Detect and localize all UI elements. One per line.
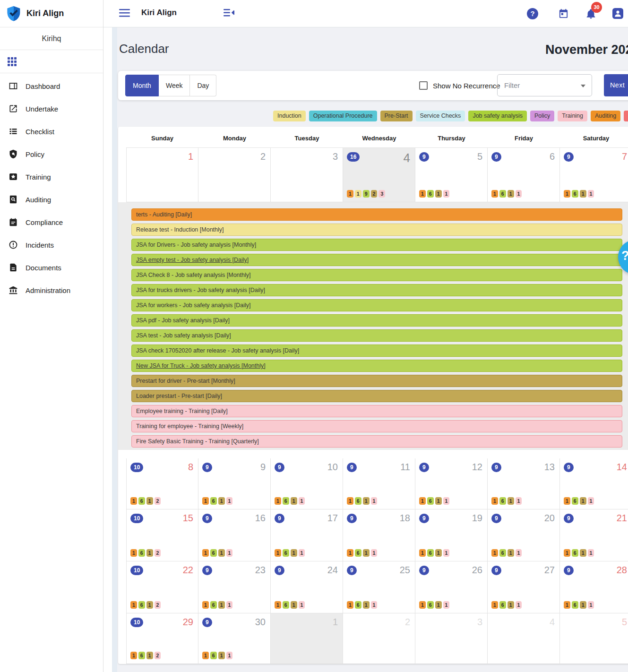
- event-bar[interactable]: JSA pdf - Job safety analysis [Daily]: [131, 314, 622, 327]
- apps-grid-icon[interactable]: [8, 57, 17, 66]
- calendar-day-cell[interactable]: 4: [488, 613, 560, 664]
- event-bar[interactable]: JSA for Drivers - Job safety analysis [M…: [131, 239, 622, 251]
- sidebar-item-policy[interactable]: Policy: [0, 143, 103, 165]
- calendar-day-cell[interactable]: 41611923: [343, 147, 415, 202]
- calendar-day-cell[interactable]: 15101612: [126, 509, 198, 561]
- view-button-month[interactable]: Month: [125, 75, 159, 96]
- calendar-day-cell[interactable]: 1791611: [271, 509, 343, 561]
- event-count-badge[interactable]: 9: [491, 514, 501, 523]
- calendar-day-cell[interactable]: 591611: [415, 147, 488, 202]
- account-person-icon[interactable]: [612, 8, 624, 19]
- calendar-day-cell[interactable]: 1: [126, 147, 198, 202]
- event-count-badge[interactable]: 9: [564, 152, 574, 162]
- event-bar[interactable]: Prestart for driver - Pre-start [Monthly…: [131, 375, 622, 387]
- calendar-day-cell[interactable]: 991611: [198, 458, 271, 509]
- event-bar[interactable]: Fire Safety Basic Training - Training [Q…: [131, 435, 622, 448]
- calendar-day-cell[interactable]: 2: [343, 613, 415, 664]
- sidebar-item-compliance[interactable]: Compliance: [0, 211, 103, 233]
- view-button-day[interactable]: Day: [190, 75, 216, 96]
- event-count-badge[interactable]: 9: [564, 566, 574, 575]
- event-bar[interactable]: JSA for workers - Job safety analysis [D…: [131, 299, 622, 311]
- show-no-recurrence-checkbox[interactable]: [419, 81, 428, 90]
- calendar-day-cell[interactable]: 3091611: [198, 613, 271, 664]
- event-count-badge[interactable]: 9: [202, 514, 212, 523]
- calendar-day-cell[interactable]: 1491611: [560, 458, 628, 509]
- event-count-badge[interactable]: 9: [347, 463, 357, 472]
- event-count-badge[interactable]: 10: [130, 463, 143, 472]
- sidebar-item-training[interactable]: Training: [0, 165, 103, 188]
- sidebar-item-undertake[interactable]: Undertake: [0, 97, 103, 120]
- collapse-sidebar-icon[interactable]: [224, 9, 235, 20]
- event-count-badge[interactable]: 9: [419, 463, 429, 472]
- calendar-day-cell[interactable]: 2791611: [488, 561, 560, 613]
- calendar-day-cell[interactable]: 2891611: [560, 561, 628, 613]
- event-bar[interactable]: Employee training - Training [Daily]: [131, 405, 622, 417]
- event-bar[interactable]: New JSA for Truck - Job safety analysis …: [131, 360, 622, 372]
- sidebar-item-documents[interactable]: Documents: [0, 256, 103, 279]
- calendar-day-cell[interactable]: 691611: [488, 147, 560, 202]
- calendar-day-cell[interactable]: 5: [560, 613, 628, 664]
- calendar-day-cell[interactable]: 1391611: [488, 458, 560, 509]
- event-bar[interactable]: JSA check 17052020 after release - Job s…: [131, 345, 622, 357]
- event-count-badge[interactable]: 9: [202, 566, 212, 575]
- event-bar[interactable]: terts - Auditing [Daily]: [131, 208, 622, 221]
- calendar-day-cell[interactable]: 1691611: [198, 509, 271, 561]
- filter-select[interactable]: Filter: [497, 74, 592, 96]
- calendar-day-cell[interactable]: 2091611: [488, 509, 560, 561]
- event-count-badge[interactable]: 9: [202, 618, 212, 627]
- event-bar[interactable]: JSA empty test - Job safety analysis [Da…: [131, 254, 622, 266]
- event-count-badge[interactable]: 10: [130, 618, 143, 627]
- event-count-badge[interactable]: 9: [419, 152, 429, 162]
- calendar-icon[interactable]: [558, 8, 569, 19]
- event-count-badge[interactable]: 9: [275, 463, 284, 472]
- event-count-badge[interactable]: 9: [347, 566, 357, 575]
- calendar-day-cell[interactable]: 3: [415, 613, 488, 664]
- hamburger-menu-icon[interactable]: [119, 8, 130, 19]
- scrollbar-track[interactable]: [112, 27, 117, 672]
- event-bar[interactable]: Loader prestart - Pre-start [Daily]: [131, 390, 622, 402]
- event-count-badge[interactable]: 16: [347, 152, 360, 162]
- calendar-day-cell[interactable]: 1091611: [271, 458, 343, 509]
- event-count-badge[interactable]: 9: [275, 566, 284, 575]
- event-count-badge[interactable]: 9: [202, 463, 212, 472]
- calendar-day-cell[interactable]: 3: [271, 147, 343, 202]
- next-month-button[interactable]: Next: [604, 74, 628, 96]
- calendar-day-cell[interactable]: 2391611: [198, 561, 271, 613]
- calendar-day-cell[interactable]: 1991611: [415, 509, 488, 561]
- event-bar[interactable]: Release test - Induction [Monthly]: [131, 224, 622, 236]
- sidebar-item-administration[interactable]: Administration: [0, 279, 103, 302]
- event-bar[interactable]: JSA for trucks drivers - Job safety anal…: [131, 284, 622, 296]
- event-count-badge[interactable]: 9: [491, 566, 501, 575]
- event-count-badge[interactable]: 9: [419, 514, 429, 523]
- sidebar-item-checklist[interactable]: Checklist: [0, 120, 103, 143]
- sidebar-item-dashboard[interactable]: Dashboard: [0, 75, 103, 97]
- calendar-day-cell[interactable]: 8101612: [126, 458, 198, 509]
- calendar-day-cell[interactable]: 2691611: [415, 561, 488, 613]
- event-bar[interactable]: Training for employee - Training [Weekly…: [131, 420, 622, 432]
- help-icon[interactable]: ?: [527, 8, 538, 19]
- calendar-day-cell[interactable]: 1191611: [343, 458, 415, 509]
- calendar-day-cell[interactable]: 29101612: [126, 613, 198, 664]
- calendar-day-cell[interactable]: 1891611: [343, 509, 415, 561]
- calendar-day-cell[interactable]: 22101612: [126, 561, 198, 613]
- calendar-day-cell[interactable]: 2591611: [343, 561, 415, 613]
- calendar-day-cell[interactable]: 2491611: [271, 561, 343, 613]
- event-count-badge[interactable]: 9: [491, 152, 501, 162]
- event-count-badge[interactable]: 9: [419, 566, 429, 575]
- calendar-day-cell[interactable]: 1291611: [415, 458, 488, 509]
- event-count-badge[interactable]: 9: [275, 514, 284, 523]
- sidebar-item-auditing[interactable]: Auditing: [0, 188, 103, 211]
- event-bar[interactable]: JSA Check 8 - Job safety analysis [Month…: [131, 269, 622, 281]
- event-count-badge[interactable]: 9: [564, 463, 574, 472]
- event-count-badge[interactable]: 9: [564, 514, 574, 523]
- event-count-badge[interactable]: 10: [130, 514, 143, 523]
- event-bar[interactable]: JSA test - Job safety analysis [Daily]: [131, 329, 622, 342]
- calendar-day-cell[interactable]: 1: [271, 613, 343, 664]
- event-count-badge[interactable]: 9: [347, 514, 357, 523]
- view-button-week[interactable]: Week: [159, 75, 190, 96]
- calendar-day-cell[interactable]: 2191611: [560, 509, 628, 561]
- calendar-day-cell[interactable]: 791611: [560, 147, 628, 202]
- calendar-day-cell[interactable]: 2: [198, 147, 271, 202]
- event-count-badge[interactable]: 9: [491, 463, 501, 472]
- event-count-badge[interactable]: 10: [130, 566, 143, 575]
